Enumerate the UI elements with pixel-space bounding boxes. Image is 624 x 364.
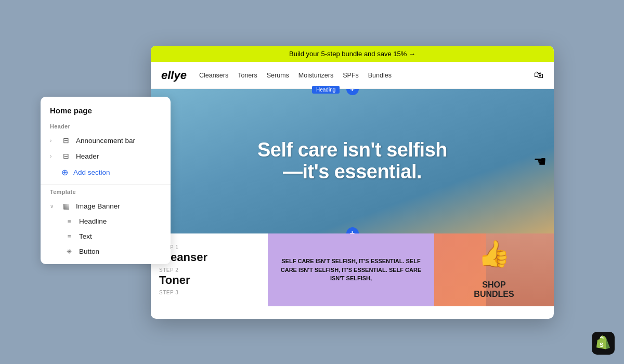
header-icon: ⊟ <box>61 152 71 160</box>
shopify-logo: S <box>592 332 615 355</box>
bottom-content: STEP 1 Cleanser STEP 2 Toner STEP 3 SELF… <box>151 233 554 306</box>
step1-name: Cleanser <box>159 251 259 264</box>
sidebar-item-announcement-bar[interactable]: › ⊟ Announcement bar <box>41 133 171 148</box>
browser-window: Build your 5-step bundle and save 15% → … <box>151 46 554 319</box>
divider <box>41 184 171 185</box>
image-banner-icon: ▦ <box>61 202 71 210</box>
sidebar-panel: Home page Header › ⊟ Announcement bar › … <box>41 97 171 264</box>
add-circle-icon: ⊕ <box>61 167 68 177</box>
hero-section: Self care isn't selfish —it's essential.… <box>151 89 554 233</box>
store-header: ellye Cleansers Toners Serums Moisturize… <box>151 62 554 89</box>
purple-text: SELF CARE ISN'T SELFISH, IT'S ESSENTIAL.… <box>274 257 428 283</box>
step2-name: Toner <box>159 274 259 287</box>
step1-label: STEP 1 <box>159 244 259 250</box>
nav-moisturizers[interactable]: Moisturizers <box>298 72 333 79</box>
template-group-label: Template <box>41 188 171 198</box>
sidebar-item-text[interactable]: ≡ Text <box>41 229 171 244</box>
cart-icon[interactable]: 🛍 <box>534 70 543 81</box>
announcement-bar[interactable]: Build your 5-step bundle and save 15% → <box>151 46 554 62</box>
sidebar-item-header[interactable]: › ⊟ Header <box>41 148 171 164</box>
hero-headline: Self care isn't selfish —it's essential. <box>151 139 554 183</box>
sidebar-title: Home page <box>41 106 171 122</box>
headline-icon: ≡ <box>64 218 74 225</box>
svg-text:S: S <box>600 342 604 348</box>
header-group-label: Header <box>41 122 171 133</box>
sidebar-item-image-banner[interactable]: ∨ ▦ Image Banner <box>41 198 171 214</box>
chevron-right-icon: › <box>50 138 56 144</box>
header-label: Header <box>76 152 161 160</box>
nav-cleansers[interactable]: Cleansers <box>199 72 228 79</box>
purple-text-area: SELF CARE ISN'T SELFISH, IT'S ESSENTIAL.… <box>268 233 434 306</box>
sidebar-item-headline[interactable]: ≡ Headline <box>41 214 171 229</box>
step2-label: STEP 2 <box>159 267 259 273</box>
add-section-label: Add section <box>73 168 161 176</box>
text-label: Text <box>79 232 161 240</box>
chevron-down-icon: ∨ <box>50 203 56 209</box>
text-icon: ≡ <box>64 233 74 240</box>
nav-bundles[interactable]: Bundles <box>368 72 392 79</box>
nav-serums[interactable]: Serums <box>267 72 289 79</box>
chevron-right-icon-2: › <box>50 153 56 159</box>
announcement-bar-label: Announcement bar <box>76 137 161 145</box>
nav-toners[interactable]: Toners <box>238 72 257 79</box>
image-banner-label: Image Banner <box>76 202 161 210</box>
step3-label: STEP 3 <box>159 290 259 295</box>
announcement-bar-icon: ⊟ <box>61 136 71 145</box>
button-icon: ✳ <box>64 248 74 255</box>
nav-spfs[interactable]: SPFs <box>343 72 359 79</box>
thumbsup-icon: 👍 <box>478 239 510 269</box>
heading-badge: Heading <box>312 86 340 94</box>
store-nav: Cleansers Toners Serums Moisturizers SPF… <box>199 72 534 79</box>
add-section-button[interactable]: › ⊕ Add section <box>41 164 171 181</box>
sidebar-item-button[interactable]: ✳ Button <box>41 244 171 259</box>
hero-text: Self care isn't selfish —it's essential. <box>151 139 554 183</box>
announcement-text: Build your 5-step bundle and save 15% → <box>289 50 415 58</box>
store-logo: ellye <box>161 69 187 82</box>
shop-bundles-area[interactable]: 👍 SHOPBUNDLES <box>434 233 554 306</box>
headline-label: Headline <box>79 217 161 225</box>
shop-bundles-text: SHOPBUNDLES <box>474 280 514 299</box>
button-label: Button <box>79 248 161 255</box>
